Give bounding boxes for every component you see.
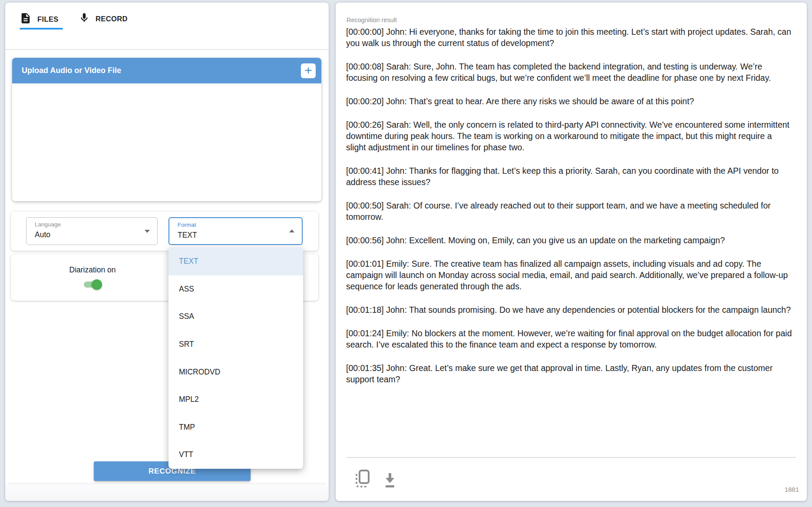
- transcript-paragraph: [00:00:00] John: Hi everyone, thanks for…: [346, 26, 793, 49]
- format-option[interactable]: ASS: [168, 275, 303, 303]
- language-select[interactable]: Language Auto: [26, 217, 158, 245]
- upload-card-title: Upload Audio or Video File: [22, 66, 121, 75]
- options-card: Language Auto Format TEXT: [11, 212, 318, 251]
- copy-result-button[interactable]: [353, 468, 371, 489]
- tabs-divider: [5, 49, 329, 50]
- upload-card: Upload Audio or Video File: [12, 58, 321, 201]
- panel-footer: [5, 484, 329, 501]
- transcript-paragraph: [00:00:50] Sarah: Of course. I’ve alread…: [346, 200, 793, 222]
- download-result-button[interactable]: [382, 471, 398, 489]
- transcript-paragraph: [00:00:56] John: Excellent. Moving on, E…: [346, 235, 793, 246]
- triangle-up-icon: [289, 229, 294, 232]
- diarization-label: Diarization on: [69, 265, 116, 275]
- language-select-value: Auto: [35, 230, 50, 239]
- diarization-toggle[interactable]: [84, 279, 101, 290]
- transcript-paragraph: [00:01:24] Emily: No blockers at the mom…: [346, 328, 793, 350]
- upload-card-header: Upload Audio or Video File: [12, 58, 321, 83]
- language-select-label: Language: [35, 221, 61, 228]
- result-title: Recognition result: [347, 17, 397, 23]
- format-option[interactable]: TEXT: [168, 248, 303, 275]
- tab-files[interactable]: FILES: [20, 12, 59, 26]
- format-option[interactable]: MPL2: [168, 386, 303, 414]
- panel-footer-edge: [8, 483, 326, 484]
- add-file-button[interactable]: [301, 63, 316, 78]
- transcript-paragraph: [00:00:26] Sarah: Well, the only concern…: [346, 119, 793, 153]
- result-divider: [347, 457, 796, 458]
- format-option[interactable]: SSA: [168, 303, 303, 331]
- format-option[interactable]: SRT: [168, 331, 303, 358]
- format-dropdown-menu: TEXTASSSSASRTMICRODVDMPL2TMPVTT: [168, 248, 303, 469]
- microphone-icon: [79, 12, 90, 25]
- transcript-paragraph: [00:00:08] Sarah: Sure, John. The team h…: [346, 61, 793, 83]
- download-icon: [382, 484, 398, 490]
- format-option[interactable]: TMP: [168, 414, 303, 441]
- document-icon: [20, 12, 32, 26]
- format-option[interactable]: VTT: [168, 441, 303, 469]
- transcript-paragraph: [00:01:18] John: That sounds promising. …: [346, 304, 793, 315]
- transcript-paragraph: [00:01:01] Emily: Sure. The creative tea…: [346, 258, 793, 292]
- character-count: 1881: [785, 486, 799, 493]
- transcript-text: [00:00:00] John: Hi everyone, thanks for…: [346, 26, 793, 397]
- tab-record[interactable]: RECORD: [79, 12, 128, 25]
- copy-icon: [353, 484, 371, 490]
- transcript-paragraph: [00:00:20] John: That’s great to hear. A…: [346, 96, 793, 107]
- plus-icon: [303, 65, 314, 77]
- triangle-down-icon: [145, 230, 150, 233]
- format-option[interactable]: MICRODVD: [168, 358, 303, 386]
- tab-files-label: FILES: [37, 15, 59, 23]
- diarization-control: Diarization on: [12, 254, 173, 301]
- format-select-value: TEXT: [178, 231, 197, 240]
- upload-dropzone[interactable]: [12, 83, 321, 201]
- transcript-paragraph: [00:00:41] John: Thanks for flagging tha…: [346, 165, 793, 188]
- transcript-paragraph: [00:01:35] John: Great. Let’s make sure …: [346, 362, 793, 385]
- recognition-result-panel: Recognition result [00:00:00] John: Hi e…: [336, 3, 807, 501]
- active-tab-indicator: [20, 28, 63, 30]
- toggle-knob: [92, 279, 102, 290]
- format-select[interactable]: Format TEXT: [168, 217, 303, 245]
- tab-record-label: RECORD: [96, 15, 128, 23]
- format-select-label: Format: [178, 222, 196, 228]
